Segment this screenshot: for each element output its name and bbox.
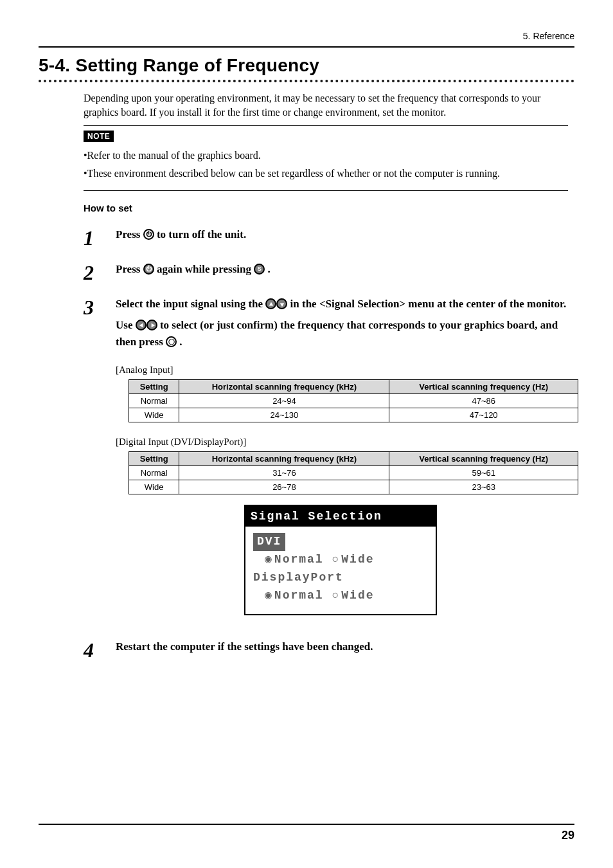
note-badge: NOTE	[84, 131, 114, 142]
step-number: 1	[84, 226, 116, 248]
step-number: 2	[84, 261, 116, 283]
enter-icon: ◯	[166, 336, 177, 347]
step-1: 1 Press ⏻ to turn off the unit.	[39, 226, 574, 248]
col-vertical: Vertical scanning frequency (Hz)	[389, 380, 578, 394]
step-3: 3 Select the input signal using the in t…	[39, 296, 574, 350]
table-row: Normal 24~94 47~86	[129, 394, 578, 408]
page-number: 29	[39, 829, 574, 842]
osd-title: Signal Selection	[245, 506, 436, 527]
step-3-text-a: Select the input signal using the	[116, 298, 265, 310]
col-horizontal: Horizontal scanning frequency (kHz)	[179, 452, 389, 466]
digital-input-caption: [Digital Input (DVI/DisplayPort)]	[39, 437, 574, 448]
note-item-2: •These environment described below can b…	[84, 167, 568, 181]
svg-marker-2	[139, 323, 143, 327]
table-row: Wide 26~78 23~63	[129, 480, 578, 494]
right-arrow-icon	[147, 320, 157, 330]
digital-frequency-table: Setting Horizontal scanning frequency (k…	[129, 451, 578, 494]
step-1-text-a: Press	[116, 228, 143, 240]
radio-filled-icon	[265, 589, 274, 602]
radio-filled-icon	[265, 553, 274, 566]
power-icon: ⏻	[143, 264, 154, 275]
step-3-text-e: .	[179, 336, 182, 348]
radio-empty-icon	[332, 553, 341, 566]
analog-input-caption: [Analog Input]	[39, 365, 574, 375]
signal-icon: S	[254, 264, 265, 275]
step-2-text-b: again while pressing	[157, 263, 254, 275]
osd-dp-label: DisplayPort	[253, 571, 344, 584]
left-arrow-icon	[136, 320, 147, 330]
col-horizontal: Horizontal scanning frequency (kHz)	[179, 380, 389, 394]
divider	[39, 46, 574, 48]
svg-marker-1	[280, 303, 284, 307]
step-3-text-c: Use	[116, 319, 136, 331]
table-row: Wide 24~130 47~120	[129, 408, 578, 422]
step-2-text-c: .	[267, 263, 270, 275]
note-item-1: •Refer to the manual of the graphics boa…	[84, 149, 568, 163]
step-2-text-a: Press	[116, 263, 143, 275]
col-vertical: Vertical scanning frequency (Hz)	[389, 452, 578, 466]
power-icon: ⏻	[143, 229, 154, 240]
col-setting: Setting	[129, 380, 179, 394]
signal-selection-menu: Signal Selection DVI Normal Wide Display…	[244, 505, 437, 615]
table-row: Normal 31~76 59~61	[129, 466, 578, 480]
osd-dvi-label: DVI	[253, 533, 285, 551]
radio-empty-icon	[332, 589, 341, 602]
svg-marker-3	[151, 323, 155, 327]
step-4-text: Restart the computer if the settings hav…	[116, 638, 373, 655]
page-footer: 29	[39, 818, 574, 842]
page: 5. Reference 5-4. Setting Range of Frequ…	[0, 0, 613, 868]
step-4: 4 Restart the computer if the settings h…	[39, 638, 574, 660]
step-number: 4	[84, 638, 116, 660]
step-2: 2 Press ⏻ again while pressing S .	[39, 261, 574, 283]
header-reference: 5. Reference	[39, 31, 574, 41]
analog-frequency-table: Setting Horizontal scanning frequency (k…	[129, 379, 578, 422]
dotted-rule	[39, 80, 574, 84]
divider	[39, 824, 574, 825]
step-1-text-b: to turn off the unit.	[157, 228, 246, 240]
intro-paragraph: Depending upon your operating environmen…	[84, 91, 568, 119]
note-block: NOTE •Refer to the manual of the graphic…	[84, 125, 568, 191]
step-3-text-b: in the <Signal Selection> menu at the ce…	[290, 298, 567, 310]
up-arrow-icon	[265, 298, 276, 309]
step-number: 3	[84, 296, 116, 318]
section-title: 5-4. Setting Range of Frequency	[39, 55, 574, 76]
svg-marker-0	[269, 302, 273, 306]
down-arrow-icon	[276, 298, 287, 309]
col-setting: Setting	[129, 452, 179, 466]
how-to-set-heading: How to set	[84, 203, 568, 213]
